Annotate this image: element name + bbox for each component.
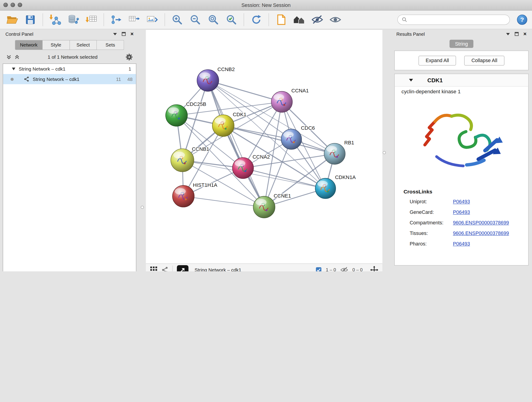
new-network-from-table-button[interactable] — [127, 13, 142, 27]
node-CCNA2[interactable] — [232, 157, 253, 179]
pan-crosshair-icon[interactable] — [370, 266, 378, 271]
tab-network[interactable]: Network — [15, 40, 42, 50]
refresh-view-button[interactable] — [249, 13, 264, 27]
detach-view-button[interactable] — [177, 265, 189, 271]
crosslink-row: GeneCard: P06493 — [410, 207, 528, 217]
hidden-eye-slash-icon[interactable] — [340, 266, 348, 271]
close-panel-icon[interactable]: × — [130, 31, 133, 37]
copy-document-button[interactable] — [273, 13, 288, 27]
crosslink-pharos-link[interactable]: P06493 — [453, 241, 470, 246]
network-collection-row[interactable]: String Network – cdk1 1 — [3, 64, 136, 74]
tab-style[interactable]: Style — [43, 40, 70, 50]
float-panel-icon[interactable] — [515, 32, 519, 36]
crosslink-label: Tissues: — [410, 230, 453, 236]
network-view-title: String Network – cdk1 — [195, 267, 241, 271]
home-views-button[interactable] — [292, 13, 307, 27]
node-CDC25B[interactable] — [166, 104, 187, 126]
open-session-button[interactable] — [5, 13, 20, 27]
network-from-table-icon — [128, 14, 140, 25]
panel-menu-icon[interactable] — [506, 33, 510, 35]
new-network-icon — [110, 14, 122, 25]
selected-nodes-checkbox-icon[interactable] — [316, 267, 322, 271]
node-CCNE1[interactable] — [253, 196, 275, 218]
crosslink-row: Compartments: 9606.ENSP00000378699 — [410, 217, 528, 228]
tab-string[interactable]: String — [450, 40, 473, 48]
collection-count: 1 — [128, 66, 131, 72]
cytoscape-window: Session: New Session — [0, 0, 532, 271]
network-row-selected[interactable]: String Network – cdk1 11 48 — [3, 74, 136, 84]
float-panel-icon[interactable] — [122, 32, 126, 36]
edge-HIST1H1A-CCNE1[interactable] — [183, 196, 264, 207]
zoom-selected-button[interactable] — [224, 13, 239, 27]
protein-name: CDK1 — [427, 77, 443, 83]
entry-caret-icon[interactable] — [409, 79, 413, 82]
crosslink-genecard-link[interactable]: P06493 — [453, 209, 470, 215]
network-overview-icon[interactable] — [162, 266, 168, 271]
grid-view-icon[interactable] — [150, 266, 158, 271]
save-session-button[interactable] — [23, 13, 38, 27]
network-view-canvas[interactable]: CCNB2CCNA1CDC25BCDK1CDC6RB1CCNB1CCNA2CDK… — [146, 30, 382, 263]
import-network-from-database-button[interactable] — [66, 13, 81, 27]
main-toolbar: ? — [0, 11, 532, 29]
zoom-in-button[interactable] — [170, 13, 185, 27]
search-input[interactable] — [410, 17, 505, 23]
node-CCNA1[interactable] — [271, 91, 292, 113]
tab-sets[interactable]: Sets — [97, 40, 124, 50]
zoom-out-button[interactable] — [188, 13, 203, 27]
export-image-button[interactable] — [145, 13, 160, 27]
close-panel-icon[interactable]: × — [523, 31, 526, 37]
expand-all-button[interactable]: Expand All — [418, 56, 456, 65]
crosslink-label: Compartments: — [410, 220, 453, 225]
control-panel-tabs: Network Style Select Sets — [15, 40, 124, 50]
node-count: 11 — [111, 76, 121, 82]
toolbar-separator — [104, 13, 104, 26]
zoom-fit-icon — [208, 14, 219, 25]
right-splitter-handle[interactable] — [383, 151, 386, 154]
zoom-selected-icon — [226, 14, 237, 25]
node-CDC6[interactable] — [281, 129, 302, 149]
zoom-fit-button[interactable] — [206, 13, 221, 27]
edge-CDK1-RB1[interactable] — [223, 126, 335, 154]
node-CDK1[interactable] — [212, 115, 234, 137]
protein-entry-header[interactable]: CDK1 — [395, 74, 528, 87]
help-button[interactable]: ? — [517, 15, 527, 25]
show-view-button[interactable] — [328, 13, 343, 27]
node-label-HIST1H1A: HIST1H1A — [193, 182, 217, 188]
import-network-from-file-button[interactable] — [48, 13, 63, 27]
node-CCNB1[interactable] — [171, 149, 194, 172]
collection-caret-icon[interactable] — [12, 68, 15, 70]
node-RB1[interactable] — [324, 143, 345, 164]
close-window-button[interactable] — [3, 3, 8, 7]
toolbar-separator — [172, 265, 173, 271]
network-options-gear-icon[interactable] — [125, 53, 133, 61]
panel-menu-icon[interactable] — [113, 33, 117, 35]
search-icon — [402, 17, 407, 22]
node-label-CCNE1: CCNE1 — [273, 193, 291, 199]
crosslink-compartments-link[interactable]: 9606.ENSP00000378699 — [453, 220, 509, 225]
new-network-button[interactable] — [109, 13, 124, 27]
control-panel-title: Control Panel — [6, 32, 113, 36]
node-CCNB2[interactable] — [197, 70, 219, 91]
eye-slash-icon — [311, 15, 323, 25]
homes-icon — [293, 15, 305, 25]
node-CDKN1A[interactable] — [315, 178, 336, 199]
crosslink-uniprot-link[interactable]: P06493 — [453, 199, 470, 204]
collapse-all-networks-icon[interactable] — [14, 54, 20, 60]
results-panel-title: Results Panel — [396, 32, 506, 36]
import-table-from-file-button[interactable] — [84, 13, 99, 27]
edge-CCNB2-CCNA1[interactable] — [208, 80, 282, 102]
tab-select[interactable]: Select — [70, 40, 97, 50]
expand-all-networks-icon[interactable] — [6, 54, 12, 60]
node-HIST1H1A[interactable] — [172, 185, 194, 207]
node-label-CCNB1: CCNB1 — [192, 146, 209, 152]
left-splitter-handle[interactable] — [141, 206, 144, 209]
node-label-RB1: RB1 — [344, 140, 354, 146]
hide-annotations-button[interactable] — [310, 13, 325, 27]
edge-CCNB2-CCNE1[interactable] — [208, 80, 264, 207]
zoom-window-button[interactable] — [18, 3, 22, 7]
crosslink-tissues-link[interactable]: 9606.ENSP00000378699 — [453, 230, 509, 236]
minimize-window-button[interactable] — [11, 3, 15, 7]
collapse-all-button[interactable]: Collapse All — [464, 56, 505, 65]
network-tree: String Network – cdk1 1 String Network –… — [3, 64, 136, 271]
network-view-toolbar: String Network – cdk1 1 – 0 0 – 0 — [146, 264, 382, 271]
